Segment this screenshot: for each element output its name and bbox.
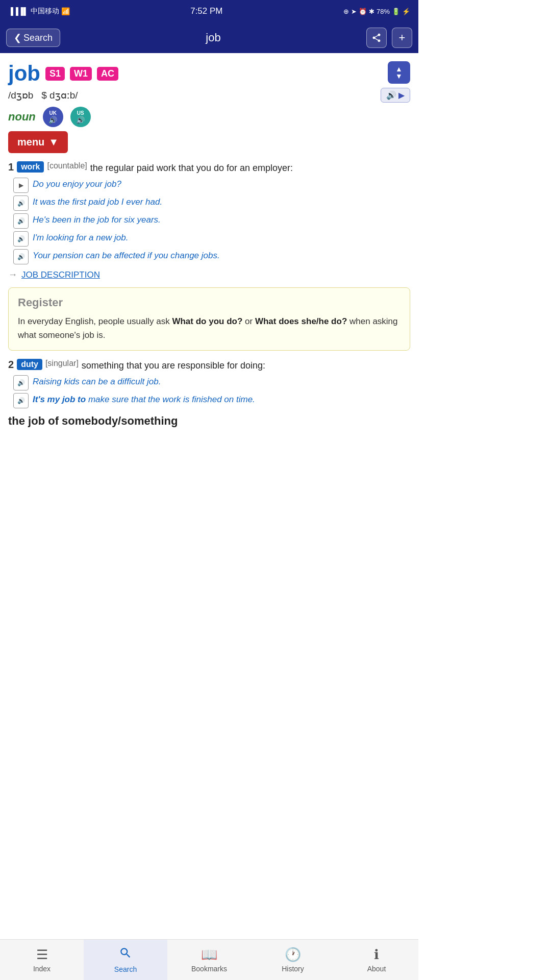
example-1-1: ▶ Do you enjoy your job?: [13, 178, 410, 193]
grammar-note-1: [countable]: [47, 161, 87, 170]
play-button-1-5[interactable]: 🔊: [13, 249, 29, 264]
word-title-area: job S1 W1 AC: [8, 61, 118, 86]
nav-actions: +: [366, 28, 412, 48]
example-text-1-1: Do you enjoy your job?: [33, 178, 121, 191]
register-text: In everyday English, people usually ask …: [18, 314, 400, 342]
definition-2-row: 2 duty [singular] something that you are…: [8, 359, 410, 373]
job-description-link[interactable]: JOB DESCRIPTION: [21, 270, 100, 280]
share-button[interactable]: [366, 28, 387, 48]
chevron-left-icon: ❮: [14, 32, 21, 43]
speaker-small-icon-4: 🔊: [17, 253, 25, 260]
def-num-2: 2: [8, 359, 14, 371]
example-text-2-1: Raising kids can be a difficult job.: [33, 375, 161, 388]
example-1-3: 🔊 He's been in the job for six years.: [13, 213, 410, 229]
play-button-2-1[interactable]: 🔊: [13, 375, 29, 390]
subheading: the job of somebody/something: [8, 414, 410, 428]
main-content: job S1 W1 AC ▲ ▼ /dʒɒb $ dʒɑːb/ 🔊 ▶ noun…: [0, 53, 418, 483]
example-2-2: 🔊 It's my job to make sure that the work…: [13, 393, 410, 408]
menu-button[interactable]: menu ▼: [8, 131, 68, 153]
def-num-1: 1: [8, 161, 14, 173]
word-header: job S1 W1 AC ▲ ▼: [8, 61, 410, 86]
audio-inline-button[interactable]: 🔊 ▶: [381, 88, 410, 103]
register-title: Register: [18, 296, 400, 309]
badge-w1: W1: [70, 67, 92, 81]
example-text-2-2: It's my job to make sure that the work i…: [33, 393, 255, 406]
status-right: ⊕ ➤ ⏰ ✱ 78% 🔋 ⚡: [343, 8, 410, 15]
def-text-1: the regular paid work that you do for an…: [90, 161, 293, 175]
speaker-small-icon-2: 🔊: [17, 217, 25, 225]
play-button-1-3[interactable]: 🔊: [13, 213, 29, 229]
work-tag: work: [17, 161, 44, 173]
speaker-small-icon-6: 🔊: [17, 397, 25, 404]
register-box: Register In everyday English, people usu…: [8, 287, 410, 351]
duty-tag: duty: [17, 359, 42, 370]
play-button-1-1[interactable]: ▶: [13, 178, 29, 193]
play-button-1-2[interactable]: 🔊: [13, 195, 29, 211]
nav-title: job: [206, 31, 220, 44]
uk-audio-button[interactable]: UK 🔊: [43, 107, 63, 127]
speaker-small-icon: 🔊: [17, 200, 25, 207]
speaker-icon: 🔊: [386, 90, 396, 100]
example-1-5: 🔊 Your pension can be affected if you ch…: [13, 249, 410, 264]
arrow-right-icon: →: [8, 270, 17, 280]
def-text-2: something that you are responsible for d…: [82, 359, 265, 373]
speaker-small-icon-5: 🔊: [17, 379, 25, 386]
word-title: job: [8, 61, 40, 86]
example-2-1: 🔊 Raising kids can be a difficult job.: [13, 375, 410, 390]
example-1-4: 🔊 I'm looking for a new job.: [13, 231, 410, 247]
definition-1-row: 1 work [countable] the regular paid work…: [8, 161, 410, 175]
badge-s1: S1: [45, 67, 65, 81]
speaker-small-icon-3: 🔊: [17, 235, 25, 242]
play-button-2-2[interactable]: 🔊: [13, 393, 29, 408]
example-text-1-5: Your pension can be affected if you chan…: [33, 249, 220, 262]
play-button-1-4[interactable]: 🔊: [13, 231, 29, 247]
status-time: 7:52 PM: [190, 6, 222, 16]
badge-ac: AC: [97, 67, 118, 81]
example-1-2: 🔊 It was the first paid job I ever had.: [13, 195, 410, 211]
triangle-down-icon: ▼: [48, 136, 59, 148]
example-text-1-3: He's been in the job for six years.: [33, 213, 161, 227]
status-carrier: ▐▐▐▌ 中国移动 📶: [8, 7, 70, 16]
nav-bar: ❮ Search job +: [0, 22, 418, 53]
pos-row: noun UK 🔊 US 🔊: [8, 107, 410, 127]
job-description-link-row: → JOB DESCRIPTION: [8, 270, 410, 280]
example-text-1-2: It was the first paid job I ever had.: [33, 195, 162, 209]
back-button[interactable]: ❮ Search: [6, 29, 60, 47]
grammar-note-2: [singular]: [45, 359, 79, 368]
add-button[interactable]: +: [392, 28, 412, 48]
scroll-button[interactable]: ▲ ▼: [388, 61, 410, 84]
play-icon: ▶: [19, 182, 23, 189]
pos-label: noun: [8, 110, 36, 124]
status-bar: ▐▐▐▌ 中国移动 📶 7:52 PM ⊕ ➤ ⏰ ✱ 78% 🔋 ⚡: [0, 0, 418, 22]
phonetic-text: /dʒɒb $ dʒɑːb/: [8, 89, 78, 101]
pronunciation-row: /dʒɒb $ dʒɑːb/ 🔊 ▶: [8, 88, 410, 103]
us-audio-button[interactable]: US 🔊: [70, 107, 91, 127]
example-text-1-4: I'm looking for a new job.: [33, 231, 129, 244]
